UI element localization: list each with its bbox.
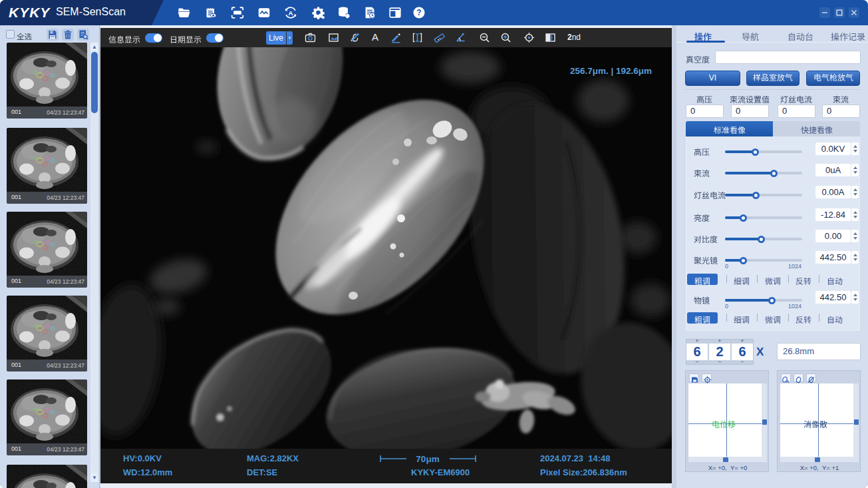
svg-text:256.7μm. | 192.6μm: 256.7μm. | 192.6μm [570,66,652,76]
svg-text:?: ? [416,8,421,17]
svg-text:70μm: 70μm [416,454,439,464]
svg-text:A: A [289,9,293,17]
